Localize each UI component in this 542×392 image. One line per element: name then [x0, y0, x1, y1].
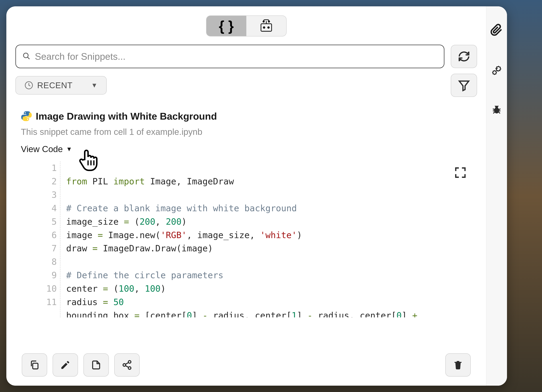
refresh-button[interactable] [451, 45, 477, 68]
svg-point-1 [263, 27, 265, 28]
main-window: { } [6, 6, 507, 386]
chevron-down-icon: ▼ [91, 82, 98, 89]
expand-icon[interactable] [454, 166, 466, 179]
filter-row: RECENT ▼ [16, 74, 477, 97]
edit-button[interactable] [53, 353, 78, 376]
svg-point-15 [123, 364, 126, 366]
copilot-box-icon [259, 19, 273, 33]
top-tabs: { } [16, 16, 477, 37]
svg-rect-0 [261, 24, 271, 31]
file-icon [91, 360, 101, 370]
line-numbers: 1234567891011 [21, 161, 60, 317]
view-code-label: View Code [21, 144, 63, 154]
svg-rect-13 [33, 363, 38, 369]
svg-line-25 [493, 109, 494, 110]
refresh-icon [458, 50, 470, 63]
snippet-description: This snippet came from cell 1 of example… [21, 127, 472, 137]
svg-line-26 [499, 109, 500, 110]
funnel-icon [458, 79, 470, 92]
svg-point-20 [498, 68, 499, 69]
svg-point-6 [24, 53, 28, 58]
svg-point-5 [268, 21, 269, 22]
copy-button[interactable] [22, 353, 47, 376]
bottom-toolbar [22, 353, 471, 376]
svg-point-2 [268, 27, 269, 28]
svg-point-4 [263, 21, 264, 22]
search-icon [22, 52, 31, 61]
copy-icon [29, 360, 40, 370]
settings-icon[interactable] [492, 65, 502, 76]
clock-icon [24, 81, 33, 90]
share-icon [122, 360, 132, 370]
pointer-cursor-icon [79, 148, 99, 171]
pencil-icon [60, 360, 70, 370]
search-row [16, 45, 477, 68]
content-area: { } [6, 6, 486, 386]
svg-marker-9 [459, 81, 469, 91]
svg-point-14 [128, 361, 131, 363]
bug-icon[interactable] [492, 104, 502, 115]
svg-line-7 [27, 57, 30, 59]
trash-icon [453, 360, 463, 370]
svg-line-30 [499, 112, 500, 114]
tab-group: { } [206, 16, 287, 37]
snippet-card: Image Drawing with White Background This… [16, 110, 477, 317]
right-sidebar [486, 6, 507, 386]
code-content[interactable]: from PIL import Image, ImageDraw # Creat… [60, 161, 417, 317]
svg-line-18 [125, 366, 128, 368]
svg-line-31 [495, 106, 496, 107]
recent-label: RECENT [37, 80, 73, 90]
snippet-header: Image Drawing with White Background [21, 110, 472, 122]
delete-button[interactable] [445, 353, 471, 376]
svg-point-16 [128, 367, 131, 370]
svg-line-32 [498, 106, 499, 107]
braces-icon: { } [219, 18, 234, 34]
triangle-down-icon: ▼ [66, 146, 72, 153]
tab-code-snippets[interactable]: { } [206, 16, 246, 36]
share-button[interactable] [114, 353, 140, 376]
python-icon [21, 110, 32, 122]
toolbar-left [22, 353, 140, 376]
file-button[interactable] [83, 353, 109, 376]
svg-point-22 [494, 72, 495, 73]
view-code-toggle[interactable]: View Code ▼ [21, 144, 472, 154]
tab-copilot[interactable] [246, 16, 286, 36]
recent-dropdown[interactable]: RECENT ▼ [16, 76, 107, 95]
code-block: 1234567891011 from PIL import Image, Ima… [21, 161, 472, 317]
svg-line-17 [125, 363, 128, 365]
search-box[interactable] [16, 45, 444, 68]
filter-button[interactable] [451, 74, 477, 97]
snippet-title: Image Drawing with White Background [36, 110, 217, 122]
svg-line-29 [493, 112, 494, 114]
search-input[interactable] [35, 51, 437, 62]
attachment-icon[interactable] [490, 24, 503, 36]
